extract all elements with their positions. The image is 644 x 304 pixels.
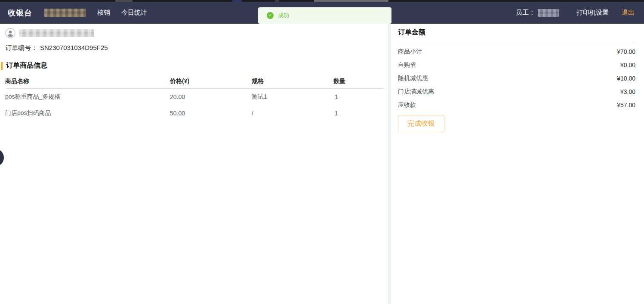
table-row: 门店pos扫码商品 50.00 / 1 [5, 105, 384, 121]
buyer-row [5, 28, 94, 38]
order-detail-panel: 订单编号：SN2307031034D95F25 订单商品信息 商品名称 价格(¥… [0, 24, 388, 304]
summary-row-random-discount: 随机减优惠 ¥10.00 [398, 71, 635, 85]
order-number-line: 订单编号：SN2307031034D95F25 [5, 44, 108, 52]
edge-strip-segment [275, 0, 279, 2]
order-number-value: SN2307031034D95F25 [40, 44, 108, 51]
col-header-spec: 规格 [252, 78, 333, 85]
order-number-label: 订单编号： [5, 44, 37, 51]
printer-settings-link[interactable]: 打印机设置 [576, 9, 609, 17]
summary-row-amount-due: 应收款 ¥57.00 [398, 98, 635, 112]
summary-row-self-purchase-saving: 自购省 ¥0.00 [398, 58, 635, 71]
summary-value: ¥10.00 [617, 75, 635, 82]
table-header-row: 商品名称 价格(¥) 规格 数量 [5, 74, 384, 89]
edge-strip-segment [232, 0, 242, 2]
nav-item-today-stats[interactable]: 今日统计 [121, 9, 147, 17]
col-header-quantity: 数量 [333, 78, 384, 85]
edge-strip-segment [314, 0, 388, 2]
navbar-right: 员工： 打印机设置 退出 [516, 9, 636, 17]
order-items-section-title: 订单商品信息 [1, 61, 47, 70]
summary-label: 商品小计 [398, 48, 422, 56]
cell-spec: 测试1 [252, 93, 333, 101]
finish-checkout-button[interactable]: 完成收银 [398, 115, 444, 132]
browser-edge-strip [0, 0, 644, 2]
summary-label: 随机减优惠 [398, 74, 428, 82]
cell-quantity: 1 [333, 110, 384, 117]
user-avatar-icon [5, 28, 15, 38]
summary-value: ¥3.00 [620, 88, 635, 95]
employee-name-blurred [538, 9, 559, 17]
summary-value: ¥57.00 [617, 102, 635, 109]
summary-rows: 商品小计 ¥70.00 自购省 ¥0.00 随机减优惠 ¥10.00 门店满减优… [398, 45, 635, 112]
col-header-price: 价格(¥) [170, 78, 252, 85]
section-accent-bar [1, 62, 3, 70]
cell-price: 20.00 [170, 93, 252, 100]
summary-value: ¥70.00 [617, 48, 635, 55]
col-header-product-name: 商品名称 [5, 78, 170, 85]
order-items-table: 商品名称 价格(¥) 规格 数量 pos称重商品_多规格 20.00 测试1 1… [5, 74, 384, 121]
cell-price: 50.00 [170, 110, 252, 117]
store-name-blurred [44, 9, 86, 17]
cell-quantity: 1 [333, 93, 384, 100]
order-amount-title: 订单金额 [398, 28, 635, 42]
summary-row-store-full-discount: 门店满减优惠 ¥3.00 [398, 85, 635, 98]
cell-product-name: pos称重商品_多规格 [5, 93, 170, 101]
toast-message: 成功 [278, 12, 289, 19]
summary-row-subtotal: 商品小计 ¥70.00 [398, 45, 635, 58]
section-title-text: 订单商品信息 [6, 61, 47, 70]
employee-label: 员工： [516, 9, 535, 17]
summary-label: 门店满减优惠 [398, 88, 434, 96]
nav-item-verification[interactable]: 核销 [97, 9, 110, 17]
summary-label: 应收款 [398, 101, 416, 109]
success-toast: ✓ 成功 [258, 7, 391, 24]
edge-strip-segment [115, 0, 132, 2]
order-amount-panel: 订单金额 商品小计 ¥70.00 自购省 ¥0.00 随机减优惠 ¥10.00 … [391, 24, 644, 304]
summary-label: 自购省 [398, 61, 416, 69]
table-row: pos称重商品_多规格 20.00 测试1 1 [5, 89, 384, 105]
app-title: 收银台 [8, 8, 32, 18]
summary-value: ¥0.00 [620, 62, 635, 68]
logout-link[interactable]: 退出 [622, 9, 635, 17]
cell-spec: / [252, 110, 333, 117]
panel-divider [388, 24, 391, 304]
buyer-name-blurred [19, 29, 94, 37]
cell-product-name: 门店pos扫码商品 [5, 109, 170, 117]
check-circle-icon: ✓ [267, 12, 274, 19]
